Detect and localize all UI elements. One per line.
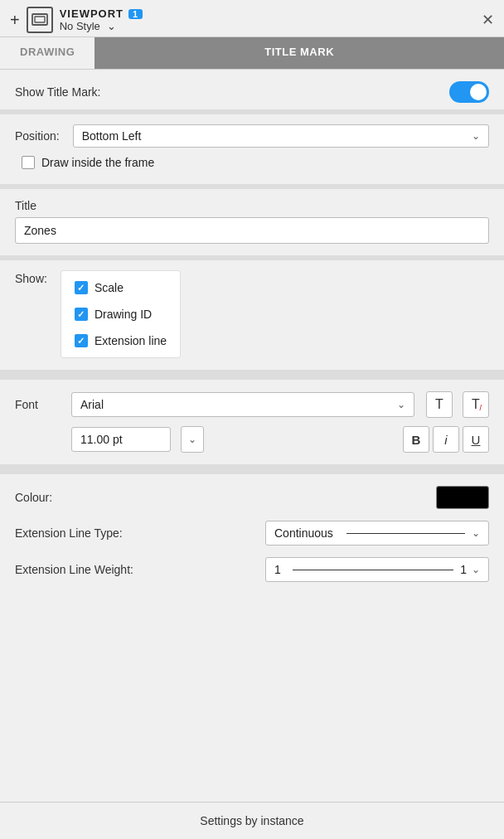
italic-icon: i <box>444 433 447 447</box>
show-title-mark-toggle[interactable] <box>449 81 489 103</box>
chevron-down-icon: ⌄ <box>107 20 116 32</box>
draw-inside-checkbox[interactable] <box>22 156 35 169</box>
top-bar: + VIEWPORT 1 No Style ⌄ ✕ <box>0 0 504 37</box>
scale-checkbox[interactable] <box>75 281 88 294</box>
close-button[interactable]: ✕ <box>482 12 494 27</box>
show-options-panel: Scale Drawing ID Extension line <box>61 270 181 358</box>
extension-line-weight-row: Extension Line Weight: 1 1 ⌄ <box>15 557 489 582</box>
colour-label: Colour: <box>15 491 52 504</box>
bold-icon: B <box>412 433 421 447</box>
show-options-list: Scale Drawing ID Extension line <box>75 281 167 347</box>
italic-button[interactable]: i <box>433 426 459 453</box>
show-extension-line-row: Extension line <box>75 334 167 347</box>
viewport-badge: 1 <box>128 9 143 19</box>
extension-line-type-row: Extension Line Type: Continuous ⌄ <box>15 521 489 546</box>
panel-content: Show Title Mark: Position: Bottom Left ⌄… <box>0 70 504 594</box>
svg-rect-1 <box>35 17 45 22</box>
chevron-down-icon: ⌄ <box>188 434 196 445</box>
text-style-button[interactable]: T <box>426 391 453 418</box>
extension-line-type-label: Extension Line Type: <box>15 526 123 540</box>
font-label: Font <box>15 398 65 411</box>
font-size-stepper[interactable]: ⌄ <box>181 426 204 453</box>
show-section: Show: Scale Drawing ID Extension line <box>0 260 504 370</box>
drawing-id-checkbox[interactable] <box>75 308 88 321</box>
title-input[interactable] <box>15 217 489 244</box>
text-format-buttons: B i U <box>403 426 489 453</box>
extension-line-weight-dropdown[interactable]: 1 1 ⌄ <box>265 557 489 582</box>
text-override-button[interactable]: T/ <box>463 391 489 418</box>
position-label: Position: <box>15 129 60 143</box>
extension-line-weight-label: Extension Line Weight: <box>15 563 133 576</box>
extension-line-weight-value: 1 <box>274 563 281 576</box>
text-icon: T <box>435 397 443 412</box>
extension-line-type-value: Continuous <box>274 526 333 540</box>
position-dropdown[interactable]: Bottom Left ⌄ <box>73 124 489 148</box>
chevron-down-icon: ⌄ <box>397 399 405 410</box>
bold-button[interactable]: B <box>403 426 429 453</box>
extension-line-type-dropdown[interactable]: Continuous ⌄ <box>265 521 489 546</box>
color-section: Colour: Extension Line Type: Continuous … <box>0 469 504 594</box>
viewport-title: VIEWPORT 1 <box>60 7 143 20</box>
footer: Settings by instance <box>0 802 504 839</box>
weight-line-preview <box>286 570 460 570</box>
extension-line-checkbox[interactable] <box>75 334 88 347</box>
chevron-down-icon: ⌄ <box>472 564 480 575</box>
font-value: Arial <box>80 398 104 411</box>
tab-row: DRAWING TITLE MARK <box>0 37 504 70</box>
show-scale-row: Scale <box>75 281 167 294</box>
title-section: Title <box>0 189 504 255</box>
weight-line-solid <box>293 570 453 570</box>
viewport-icon <box>27 7 53 33</box>
colour-row: Colour: <box>15 486 489 509</box>
draw-inside-row: Draw inside the frame <box>15 156 489 169</box>
line-preview <box>340 533 472 534</box>
viewport-info: VIEWPORT 1 No Style ⌄ <box>60 7 143 32</box>
position-row: Position: Bottom Left ⌄ <box>15 124 489 148</box>
drawing-id-label: Drawing ID <box>94 308 152 321</box>
position-value: Bottom Left <box>82 129 142 143</box>
chevron-down-icon: ⌄ <box>472 130 480 142</box>
top-bar-left: + VIEWPORT 1 No Style ⌄ <box>10 7 143 33</box>
show-drawing-id-row: Drawing ID <box>75 308 167 321</box>
viewport-style-dropdown[interactable]: No Style ⌄ <box>60 20 143 32</box>
viewport-title-text: VIEWPORT <box>60 7 124 20</box>
scale-label: Scale <box>94 281 124 294</box>
draw-inside-label: Draw inside the frame <box>41 156 154 169</box>
line-solid <box>346 533 465 534</box>
add-button[interactable]: + <box>10 12 20 28</box>
show-title-mark-section: Show Title Mark: <box>0 70 504 109</box>
text-style-icon: T/ <box>472 397 480 412</box>
show-title-mark-label: Show Title Mark: <box>15 85 100 99</box>
font-section: Font Arial ⌄ T T/ ⌄ B i <box>0 375 504 464</box>
chevron-down-icon: ⌄ <box>472 527 480 539</box>
font-row: Font Arial ⌄ T T/ <box>15 391 489 418</box>
underline-button[interactable]: U <box>463 426 489 453</box>
viewport-style-label: No Style <box>60 20 100 32</box>
tab-drawing[interactable]: DRAWING <box>0 37 94 69</box>
tab-title-mark[interactable]: TITLE MARK <box>94 37 504 69</box>
extension-line-weight-end: 1 <box>460 563 467 576</box>
title-section-label: Title <box>15 199 489 212</box>
show-label: Show: <box>15 270 47 285</box>
underline-icon: U <box>472 433 481 447</box>
font-size-row: ⌄ B i U <box>15 426 489 453</box>
font-dropdown[interactable]: Arial ⌄ <box>71 392 414 417</box>
extension-line-label: Extension line <box>94 334 167 347</box>
position-section: Position: Bottom Left ⌄ Draw inside the … <box>0 114 504 184</box>
colour-swatch[interactable] <box>436 486 489 509</box>
footer-label: Settings by instance <box>200 814 303 827</box>
font-size-input[interactable] <box>71 427 171 452</box>
